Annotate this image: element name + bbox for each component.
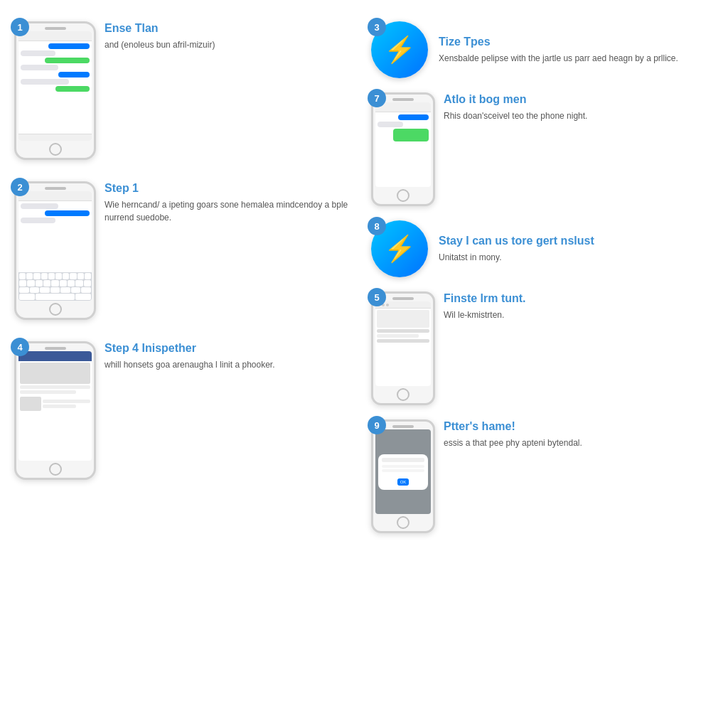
step-4-desc: whill honsets goa arenaugha l linit a ph…: [105, 358, 275, 371]
step-1-title: Ense Tlan: [105, 21, 215, 36]
msg-c: [21, 218, 55, 223]
step-3-text: Tize Tpes Xensbalde pelipse with the jar…: [439, 35, 678, 65]
phone-9: 9 OK: [371, 419, 435, 533]
fb-screen-4: [18, 351, 92, 461]
browser-content-5: [375, 309, 431, 344]
home-btn-7: [397, 189, 410, 202]
msg-3: [45, 58, 90, 63]
step-7-desc: Rhis doan'sceivel teo the phone night.: [444, 109, 587, 122]
step-9-text: Ptter's hame! essis a that pee phy apten…: [444, 419, 582, 449]
screen-4: [18, 351, 92, 461]
iphone-9: OK: [371, 419, 435, 533]
msg-7b: [378, 122, 403, 127]
screen-5: [375, 301, 431, 386]
browser-line-5c: [377, 339, 429, 343]
step-8-title: Stay I can us tore gert nslust: [439, 234, 594, 249]
badge-5: 5: [368, 288, 386, 306]
phone-7: 7: [371, 92, 435, 206]
step-item-4: 4: [14, 341, 357, 480]
step-3-content: 3 ⚡ Tize Tpes Xensbalde pelipse with the…: [371, 21, 678, 78]
fb-img-4: [20, 363, 90, 384]
badge-2: 2: [11, 178, 29, 196]
alert-box-9: OK: [378, 454, 428, 490]
icon-container-8: 8 ⚡: [371, 220, 428, 277]
step-2-text: Step 1 Wie herncand/ a ipeting goars son…: [105, 181, 357, 224]
phone-5: 5: [371, 291, 435, 405]
screen-9: OK: [375, 429, 431, 514]
alert-title-9: [382, 458, 424, 462]
chat-screen-2: [18, 191, 92, 301]
step-2-title: Step 1: [105, 181, 357, 196]
browser-img-5: [377, 310, 429, 328]
msg-4: [21, 65, 58, 70]
speaker-1: [45, 27, 66, 30]
browser-line-5b: [377, 334, 419, 338]
step-7-title: Atlo it bog men: [444, 92, 587, 107]
phone-1: 1: [14, 21, 96, 160]
msg-7: [55, 86, 90, 92]
phone-2: 2: [14, 181, 96, 320]
lightning-icon-3: ⚡: [384, 37, 416, 63]
fb-text-4a: [20, 385, 90, 389]
alert-text-9a: [382, 465, 424, 468]
step-4-content: 4: [14, 341, 275, 480]
step-2-desc: Wie herncand/ a ipeting goars sone hemal…: [105, 198, 357, 224]
step-item-7: 7: [371, 92, 714, 206]
step-7-content: 7: [371, 92, 587, 206]
chat-screen-1: [18, 31, 92, 141]
step-1-text: Ense Tlan and (enoleus bun afril-mizuir): [105, 21, 215, 51]
fb-text-4d: [43, 405, 76, 408]
alert-screen-9: OK: [375, 429, 431, 514]
page: 1: [0, 0, 728, 728]
step-4-text: Step 4 Inispether whill honsets goa aren…: [105, 341, 275, 371]
step-item-5: 5: [371, 291, 714, 405]
step-5-desc: Wil le-kmistrten.: [444, 309, 526, 321]
step-item-8: 8 ⚡ Stay I can us tore gert nslust Unita…: [371, 220, 714, 277]
msg-6: [21, 79, 69, 85]
chat-header-2: [18, 191, 92, 201]
msg-2: [21, 50, 55, 56]
home-btn-5: [397, 388, 410, 401]
iphone-large-1: [14, 21, 96, 160]
screen-1: [18, 31, 92, 141]
chat-screen-7: [375, 102, 431, 187]
step-3-title: Tize Tpes: [439, 35, 678, 50]
iphone-large-2: [14, 181, 96, 320]
lightning-icon-8: ⚡: [384, 236, 416, 262]
keyboard-2: [18, 272, 92, 301]
step-1-desc: and (enoleus bun afril-mizuir): [105, 38, 215, 51]
iphone-5: [371, 291, 435, 405]
step-item-3: 3 ⚡ Tize Tpes Xensbalde pelipse with the…: [371, 21, 714, 78]
iphone-7: [371, 92, 435, 206]
home-btn-1: [49, 143, 62, 156]
msg-b: [45, 210, 90, 216]
badge-7: 7: [368, 89, 386, 107]
alert-text-9b: [382, 469, 424, 472]
screen-7: [375, 102, 431, 187]
messages-1: [18, 41, 92, 134]
step-item-1: 1: [14, 21, 357, 160]
step-item-9: 9 OK: [371, 419, 714, 533]
icon-container-3: 3 ⚡: [371, 21, 428, 78]
browser-screen-5: [375, 301, 431, 386]
step-7-text: Atlo it bog men Rhis doan'sceivel teo th…: [444, 92, 587, 122]
step-5-content: 5: [371, 291, 526, 405]
msg-7a: [398, 114, 429, 120]
speaker-9: [392, 425, 414, 428]
alert-btn-9[interactable]: OK: [397, 478, 410, 486]
step-8-desc: Unitatst in mony.: [439, 251, 594, 264]
step-3-desc: Xensbalde pelipse with the jartle us par…: [439, 52, 678, 65]
step-8-content: 8 ⚡ Stay I can us tore gert nslust Unita…: [371, 220, 594, 277]
home-btn-2: [49, 303, 62, 316]
iphone-large-4: [14, 341, 96, 480]
fb-header-4: [18, 351, 92, 361]
fb-text-4b: [20, 390, 76, 394]
speaker-7: [392, 98, 414, 101]
left-column: 1: [14, 21, 364, 707]
screen-2: [18, 191, 92, 301]
fb-content-4: [18, 361, 92, 461]
badge-9: 9: [368, 416, 386, 434]
msg-5: [58, 72, 90, 77]
step-5-title: Finste lrm tunt.: [444, 291, 526, 306]
badge-1: 1: [11, 18, 29, 36]
